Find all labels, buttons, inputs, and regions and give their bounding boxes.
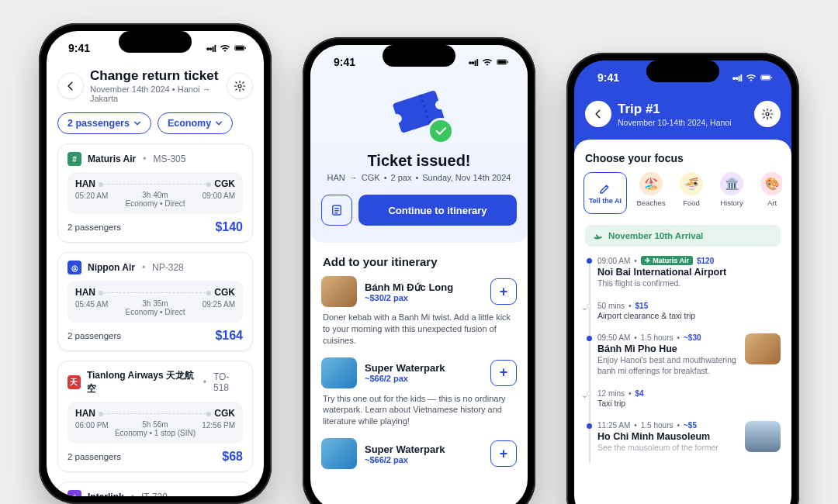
airline-chip: ✈ Maturis Air [641, 256, 693, 265]
timeline-item[interactable]: 09:00 AM•✈ Maturis Air$120 Noi Bai Inter… [597, 253, 781, 299]
itinerary-item: Bánh Mì Đức Long ~$30/2 pax + [321, 276, 517, 307]
focus-item[interactable]: 🍜 Food [674, 172, 709, 214]
arrive-code: CGK [214, 408, 235, 419]
back-button[interactable] [57, 73, 84, 99]
price: $140 [215, 220, 243, 234]
duration: 3h 35mEconomy • Direct [126, 299, 185, 316]
flight-card[interactable]: ✦ Interlink • IT-729 HAN CGK [57, 482, 253, 496]
timeline-thumb [745, 333, 781, 364]
flight-code: IT-729 [141, 492, 168, 496]
svg-rect-9 [762, 76, 770, 79]
status-time: 9:41 [597, 71, 619, 84]
itinerary-desc: Try this one out for the kids — this is … [323, 393, 515, 428]
status-time: 9:41 [68, 42, 90, 54]
focus-label: History [720, 198, 743, 207]
itinerary-title: Bánh Mì Đức Long [365, 281, 483, 293]
add-button[interactable]: + [490, 440, 517, 467]
focus-label: Beaches [637, 198, 666, 207]
back-button[interactable] [585, 101, 611, 127]
check-icon [428, 118, 454, 144]
arrival-chip: November 10th Arrival [585, 225, 781, 247]
price: $164 [215, 329, 243, 343]
continue-button[interactable]: Continue to itinerary [358, 195, 517, 226]
phone-change-ticket: 9:41 ••ıl Change return ticket November … [39, 23, 272, 504]
add-button[interactable]: + [490, 278, 517, 305]
airline-logo: ✦ [68, 490, 81, 496]
chevron-down-icon [133, 119, 141, 127]
airline-logo: # [68, 152, 81, 166]
depart-code: HAN [75, 408, 95, 419]
price: $68 [222, 450, 243, 464]
flight-card[interactable]: # Maturis Air • MS-305 HAN CGK 05:20 AM … [57, 143, 253, 243]
passengers-filter[interactable]: 2 passengers [57, 112, 151, 134]
flight-card[interactable]: 天 Tianlong Airways 天龙航空 • TO-518 HAN CGK… [57, 361, 253, 472]
timeline-title: Ho Chi Minh Mausoleum [597, 431, 739, 442]
airline-name: Maturis Air [88, 154, 136, 164]
ticket-icon [392, 90, 446, 140]
notch [646, 60, 719, 82]
svg-rect-5 [498, 60, 506, 64]
settings-button[interactable] [227, 73, 253, 99]
airline-logo: 天 [68, 375, 81, 389]
duration: 5h 56mEconomy • 1 stop (SIN) [115, 420, 196, 437]
arrive-time: 09:00 AM [203, 192, 235, 208]
itinerary-title: Super Waterpark [365, 362, 483, 374]
itinerary-item: Super Waterpark ~$66/2 pax + [321, 438, 517, 469]
page-title: Change return ticket [90, 68, 220, 84]
chevron-down-icon [215, 119, 223, 127]
hero-title: Ticket issued! [367, 152, 470, 170]
focus-item[interactable]: 🎨 Art [754, 172, 782, 214]
settings-button[interactable] [754, 101, 781, 127]
pax-count: 2 passengers [68, 452, 121, 461]
timeline-item[interactable]: ⌄ 50 mins•$15 Airport clearance & taxi t… [597, 299, 781, 331]
airline-name: Nippon Air [88, 262, 135, 273]
focus-emoji-icon: 🍜 [680, 172, 703, 195]
itinerary-thumb [321, 438, 357, 469]
depart-time: 06:00 PM [75, 421, 109, 437]
add-button[interactable]: + [490, 360, 517, 386]
svg-rect-10 [771, 77, 772, 78]
focus-item[interactable]: 🏖️ Beaches [633, 172, 669, 214]
itinerary-price: ~$66/2 pax [365, 455, 483, 464]
arrive-time: 09:25 AM [203, 300, 235, 316]
itinerary-item: Super Waterpark ~$66/2 pax + [321, 357, 517, 388]
itinerary-section-header: Add to your itinerary [323, 255, 515, 268]
flight-code: TO-518 [213, 371, 243, 393]
trip-subtitle: November 10-14th 2024, Hanoi [618, 118, 748, 127]
focus-emoji-icon: 🏖️ [639, 172, 663, 195]
pax-count: 2 passengers [68, 223, 121, 232]
itinerary-desc: Doner kebab with a Banh Mi twist. Add a … [323, 312, 515, 347]
timeline-body: This flight is confirmed. [597, 278, 781, 289]
status-icons: ••ıl [469, 57, 509, 68]
focus-label: Food [683, 198, 700, 207]
status-icons: ••ıl [732, 72, 773, 84]
arrive-code: CGK [214, 178, 235, 189]
itinerary-icon-button[interactable] [321, 195, 352, 226]
airline-name: Tianlong Airways 天龙航空 [87, 369, 196, 395]
svg-point-11 [766, 112, 769, 116]
airline-logo: ◎ [68, 261, 81, 274]
hero-subtitle: HAN→CGK •2 pax•Sunday, Nov 14th 2024 [327, 173, 511, 182]
airline-name: Interlink [88, 492, 124, 496]
timeline-item[interactable]: ⌄ 12 mins•$4 Taxi trip [597, 386, 781, 419]
focus-item[interactable]: 🏛️ History [714, 172, 750, 214]
focus-emoji-icon: 🏛️ [720, 172, 743, 195]
trip-title: Trip #1 [618, 102, 748, 117]
timeline-item[interactable]: 09:50 AM•1.5 hours•~$30 Bánh Mì Pho Hue … [597, 330, 781, 385]
class-filter[interactable]: Economy [158, 112, 233, 134]
svg-rect-1 [236, 47, 244, 50]
svg-rect-6 [507, 61, 508, 63]
notch [119, 31, 192, 53]
route-line [100, 413, 210, 414]
depart-time: 05:45 AM [75, 300, 108, 316]
itinerary-price: ~$30/2 pax [365, 293, 483, 302]
timeline-body: Enjoy Hanoi's best and mouthwatering ban… [597, 355, 739, 376]
itinerary-title: Super Waterpark [365, 444, 483, 455]
tell-ai-button[interactable]: Tell the AI [583, 172, 627, 214]
depart-code: HAN [75, 178, 95, 189]
itinerary-thumb [321, 357, 357, 388]
focus-header: Choose your focus [585, 152, 781, 164]
timeline-item[interactable]: 11:25 AM•1.5 hours•~$5 Ho Chi Minh Mauso… [597, 418, 781, 463]
flight-card[interactable]: ◎ Nippon Air • NP-328 HAN CGK 05:45 AM 3… [57, 252, 253, 351]
screen-content: Change return ticket November 14th 2024 … [47, 65, 264, 496]
